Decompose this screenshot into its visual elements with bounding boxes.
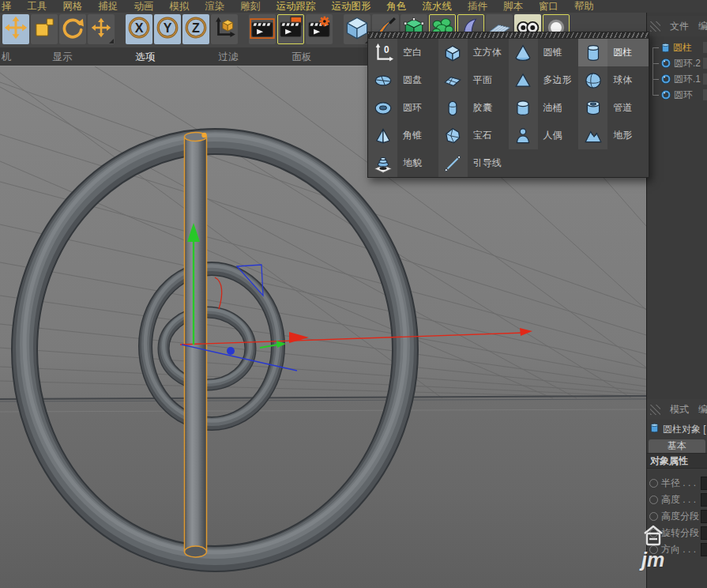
menu-item-10[interactable]: 角色 <box>387 1 407 13</box>
primitive-item-cone[interactable]: 圆锥 <box>509 39 579 66</box>
om-menu-file[interactable]: 文件 <box>670 20 689 33</box>
menu-item-3[interactable]: 捕捉 <box>99 1 118 13</box>
property-value-input[interactable] <box>701 543 707 556</box>
property-value-input[interactable] <box>701 510 707 523</box>
toolbar-lock-z-button[interactable]: Z <box>182 14 209 44</box>
keyframe-dot-icon[interactable] <box>649 545 658 554</box>
toolbar-render-view-button[interactable] <box>249 14 276 44</box>
primitive-item-tube[interactable]: 管道 <box>578 94 649 122</box>
menu-item-15[interactable]: 帮助 <box>574 1 594 13</box>
viewport-menu-item-3[interactable]: 过滤 <box>219 48 239 66</box>
plane-primitive-icon <box>438 66 468 94</box>
popup-drag-handle[interactable] <box>368 32 649 39</box>
menu-item-8[interactable]: 运动跟踪 <box>276 1 316 13</box>
viewport-menu-item-0[interactable]: 机 <box>2 48 12 66</box>
visibility-dots[interactable] <box>703 89 707 100</box>
keyframe-dot-icon[interactable] <box>649 479 658 488</box>
primitive-item-capsule[interactable]: 胶囊 <box>438 94 509 122</box>
toolbar-scale-button[interactable] <box>31 14 58 44</box>
gem-primitive-icon <box>438 122 468 149</box>
menu-item-0[interactable]: 择 <box>2 1 12 13</box>
toolbar-move-button[interactable] <box>2 14 29 44</box>
primitive-item-pyramid[interactable]: 角锥 <box>368 122 438 149</box>
menu-item-11[interactable]: 流水线 <box>423 1 453 13</box>
visibility-dots[interactable] <box>703 58 707 69</box>
menu-item-6[interactable]: 渲染 <box>205 1 225 13</box>
primitive-item-figure[interactable]: 人偶 <box>509 122 579 149</box>
primitive-item-gem[interactable]: 宝石 <box>438 122 509 149</box>
toolbar-lock-y-button[interactable]: Y <box>154 14 181 44</box>
primitive-item-disc[interactable]: 圆盘 <box>368 66 438 94</box>
z-axis-handle[interactable] <box>227 347 235 355</box>
primitive-item-cylinder[interactable]: 圆柱 <box>578 39 649 66</box>
property-value-input[interactable] <box>701 493 707 507</box>
cylinder-icon <box>650 423 659 435</box>
viewport-menu-item-1[interactable]: 显示 <box>53 48 73 66</box>
primitive-item-guide[interactable]: 引导线 <box>438 149 509 177</box>
keyframe-dot-icon[interactable] <box>649 512 658 521</box>
object-manager-header: 文件 编辑 <box>647 16 707 36</box>
om-menu-edit[interactable]: 编辑 <box>698 20 707 33</box>
render-picture-icon <box>278 15 303 43</box>
toolbar-coords-button[interactable] <box>211 14 238 44</box>
menu-item-4[interactable]: 动画 <box>134 1 154 13</box>
viewport-menu-item-2[interactable]: 选项 <box>136 48 156 66</box>
primitive-label: 圆环 <box>397 101 422 115</box>
toolbar-render-settings-button[interactable] <box>306 14 333 44</box>
primitive-item-null[interactable]: 0空白 <box>368 39 438 66</box>
toolbar-render-picture-button[interactable] <box>277 14 304 44</box>
primitive-label: 空白 <box>397 46 422 59</box>
primitive-item-polygon[interactable]: 多边形 <box>509 66 579 94</box>
sphere-primitive-icon <box>578 66 607 94</box>
toolbar-lock-x-button[interactable]: X <box>126 14 152 44</box>
toolbar-add-primitive-button[interactable] <box>344 14 370 44</box>
lock-x-icon: X <box>127 16 151 43</box>
object-label: 圆环 <box>674 89 693 102</box>
viewport-menu-item-4[interactable]: 面板 <box>292 48 312 66</box>
torus-object-icon <box>661 74 671 84</box>
menu-item-7[interactable]: 雕刻 <box>241 1 261 13</box>
object-row-0[interactable]: 圆柱 <box>647 40 707 55</box>
disc-primitive-icon <box>368 66 397 94</box>
toolbar-rotate-button[interactable] <box>59 14 86 44</box>
menu-item-2[interactable]: 网格 <box>63 1 83 13</box>
menu-item-14[interactable]: 窗口 <box>539 1 558 13</box>
property-row-0: 半径 . . . <box>647 475 707 492</box>
object-list: 圆柱圆环.2圆环.1圆环 <box>647 40 707 103</box>
primitive-item-oiltank[interactable]: 油桶 <box>509 94 579 122</box>
visibility-dots[interactable] <box>703 42 707 53</box>
primitive-item-torus[interactable]: 圆环 <box>368 94 438 122</box>
panel-drag-handle-icon[interactable] <box>650 405 660 415</box>
keyframe-dot-icon[interactable] <box>649 496 658 504</box>
render-view-icon <box>250 15 275 43</box>
am-menu-edit[interactable]: 编辑 <box>698 403 707 416</box>
primitive-label: 地形 <box>607 129 632 142</box>
panel-drag-handle-icon[interactable] <box>650 21 660 32</box>
primitive-label: 圆盘 <box>397 74 422 87</box>
property-value-input[interactable] <box>701 477 707 490</box>
toolbar-move-last-button[interactable] <box>88 14 115 44</box>
menu-item-13[interactable]: 脚本 <box>503 1 523 13</box>
menu-item-12[interactable]: 插件 <box>468 1 487 13</box>
primitive-item-relief[interactable]: 地貌 <box>368 149 438 177</box>
primitive-label: 多边形 <box>538 74 572 87</box>
primitive-item-plane[interactable]: 平面 <box>438 66 509 94</box>
keyframe-dot-icon[interactable] <box>649 529 658 537</box>
property-value-input[interactable] <box>701 526 707 540</box>
am-menu-mode[interactable]: 模式 <box>670 403 689 416</box>
primitive-item-landscape[interactable]: 地形 <box>578 122 649 149</box>
property-label: 半径 . . . <box>661 477 696 490</box>
primitive-item-sphere[interactable]: 球体 <box>578 66 649 94</box>
menu-item-1[interactable]: 工具 <box>28 1 47 13</box>
add-primitive-icon <box>344 15 370 43</box>
tab-basic[interactable]: 基本 <box>649 439 705 453</box>
polygon-primitive-icon <box>509 66 538 94</box>
cylinder-top-handle[interactable] <box>201 133 206 138</box>
primitive-item-cube[interactable]: 立方体 <box>438 39 509 66</box>
object-row-1[interactable]: 圆环.2 <box>647 55 707 71</box>
menu-item-5[interactable]: 模拟 <box>170 1 190 13</box>
object-row-3[interactable]: 圆环 <box>647 87 707 103</box>
menu-item-9[interactable]: 运动图形 <box>332 1 371 13</box>
object-row-2[interactable]: 圆环.1 <box>647 71 707 87</box>
visibility-dots[interactable] <box>703 74 707 85</box>
